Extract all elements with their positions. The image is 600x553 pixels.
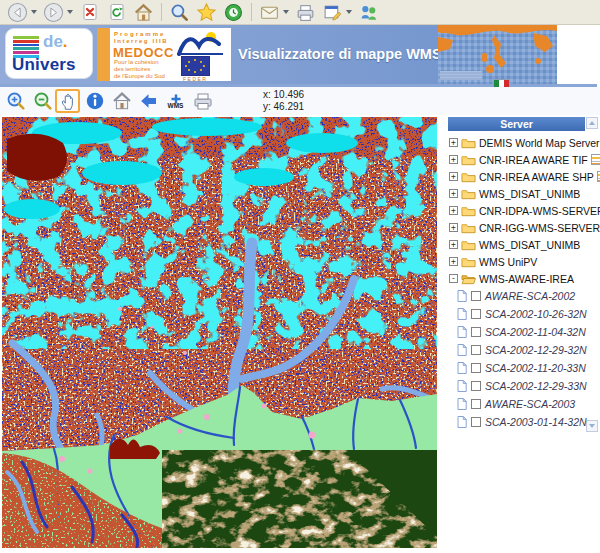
folder-icon: [461, 256, 476, 268]
messenger-icon[interactable]: [355, 1, 382, 23]
history-icon[interactable]: [220, 1, 247, 23]
layer-tree-item[interactable]: SCA-2002-10-26-32N: [448, 305, 588, 323]
layer-tree-item[interactable]: SCA-2003-01-14-32N: [448, 413, 588, 431]
full-extent-home-button[interactable]: [109, 89, 134, 113]
layer-page-icon: [457, 380, 467, 392]
mail-icon[interactable]: [256, 1, 283, 23]
server-tree-item[interactable]: + DEMIS World Map Server: [448, 134, 588, 151]
layer-label: SCA-2002-10-26-32N: [485, 308, 587, 320]
layer-tree-item[interactable]: SCA-2002-12-29-33N: [448, 377, 588, 395]
layer-label: SCA-2002-12-29-33N: [485, 380, 587, 392]
medocc-tagline: Pour la cohésion des territoires de l'Eu…: [114, 59, 165, 80]
add-wms-button[interactable]: WMS: [163, 89, 188, 113]
medocc-feder: FEDER: [183, 76, 207, 81]
expand-toggle-icon[interactable]: +: [449, 138, 458, 147]
expand-toggle-icon[interactable]: +: [449, 155, 458, 164]
collapse-toggle-icon[interactable]: -: [449, 274, 458, 283]
layer-checkbox[interactable]: [471, 327, 481, 337]
ide-univers-logo: de. Univers: [5, 28, 93, 79]
layer-label: AWARE-SCA-2002: [485, 290, 575, 302]
layer-tree-item[interactable]: SCA-2002-12-29-32N: [448, 341, 588, 359]
print-map-button[interactable]: [190, 89, 215, 113]
server-label: CNR-IDPA-WMS-SERVER: [479, 205, 600, 217]
toolbar-separator: [161, 3, 162, 21]
coordinate-y: y: 46.291: [263, 101, 304, 113]
univers-logo-name: Univers: [12, 55, 76, 75]
layer-tree-item[interactable]: SCA-2002-11-20-33N: [448, 359, 588, 377]
layer-checkbox[interactable]: [471, 291, 481, 301]
triangle-down-icon: [589, 424, 595, 428]
layer-page-icon: [457, 290, 467, 302]
expand-toggle-icon[interactable]: +: [449, 189, 458, 198]
layer-page-icon: [457, 416, 467, 428]
expand-toggle-icon[interactable]: +: [449, 172, 458, 181]
map-canvas[interactable]: [2, 117, 437, 548]
server-tree-item[interactable]: + CNR-IREA AWARE TIF: [448, 151, 588, 168]
layer-label: SCA-2002-12-29-32N: [485, 344, 587, 356]
layer-checkbox[interactable]: [471, 417, 481, 427]
server-tree-item[interactable]: + WMS_DISAT_UNIMB: [448, 236, 588, 253]
expand-toggle-icon[interactable]: +: [449, 257, 458, 266]
server-tree-item[interactable]: + WMS_DISAT_UNIMB: [448, 185, 588, 202]
layer-checkbox[interactable]: [471, 309, 481, 319]
layer-label: SCA-2002-11-20-33N: [485, 362, 586, 374]
add-wms-label: WMS: [168, 102, 184, 109]
folder-icon: [461, 188, 476, 200]
medocc-interreg: Interreg IIIB: [114, 38, 168, 44]
server-label: CNR-IREA AWARE TIF: [479, 154, 588, 166]
open-folder-icon: [461, 273, 476, 285]
zoom-out-button[interactable]: [30, 89, 55, 113]
expand-toggle-icon[interactable]: +: [449, 206, 458, 215]
layer-label: SCA-2003-01-14-32N: [485, 416, 587, 428]
layer-page-icon: [457, 344, 467, 356]
expand-toggle-icon[interactable]: +: [449, 223, 458, 232]
layer-label: SCA-2002-11-04-32N: [485, 326, 586, 338]
layer-checkbox[interactable]: [471, 345, 481, 355]
app-header: de. Univers Programme Interreg IIIB MEDO…: [0, 25, 557, 84]
server-tree-item[interactable]: + CNR-IGG-WMS-SERVER: [448, 219, 588, 236]
forward-icon[interactable]: [40, 1, 67, 23]
edit-dropdown-icon[interactable]: [346, 10, 352, 14]
print-icon[interactable]: [292, 1, 319, 23]
server-label: WMS UniPV: [479, 256, 537, 268]
stop-icon[interactable]: [76, 1, 103, 23]
server-tree-item[interactable]: + CNR-IDPA-WMS-SERVER: [448, 202, 588, 219]
forward-dropdown-icon[interactable]: [67, 10, 73, 14]
scroll-up-button[interactable]: [586, 117, 598, 129]
triangle-up-icon: [589, 121, 595, 125]
favorites-star-icon[interactable]: [193, 1, 220, 23]
search-icon[interactable]: [166, 1, 193, 23]
layer-tree-item[interactable]: AWARE-SCA-2002: [448, 287, 588, 305]
folder-icon: [461, 222, 476, 234]
layer-page-icon: [457, 398, 467, 410]
wms-viewer-page: de. Univers Programme Interreg IIIB MEDO…: [0, 0, 600, 553]
layer-tree-item[interactable]: SCA-2002-11-04-32N: [448, 323, 588, 341]
layer-checkbox[interactable]: [471, 381, 481, 391]
medocc-programme: Programme: [114, 31, 165, 37]
layer-checkbox[interactable]: [471, 363, 481, 373]
layer-tree-item[interactable]: AWARE-SCA-2003: [448, 395, 588, 413]
layer-page-icon: [457, 362, 467, 374]
edit-icon[interactable]: [319, 1, 346, 23]
page-title: Visualizzatore di mappe WMS: [238, 46, 442, 62]
server-tree-item[interactable]: + WMS UniPV: [448, 253, 588, 270]
pan-button[interactable]: [55, 89, 80, 113]
server-label: WMS_DISAT_UNIMB: [479, 239, 580, 251]
legend-icon[interactable]: [591, 154, 600, 165]
server-label: CNR-IREA AWARE SHP: [479, 171, 594, 183]
refresh-icon[interactable]: [103, 1, 130, 23]
back-dropdown-icon[interactable]: [31, 10, 37, 14]
back-icon[interactable]: [4, 1, 31, 23]
folder-icon: [461, 239, 476, 251]
expand-toggle-icon[interactable]: +: [449, 240, 458, 249]
identify-info-button[interactable]: [82, 89, 107, 113]
mail-dropdown-icon[interactable]: [283, 10, 289, 14]
home-icon[interactable]: [130, 1, 157, 23]
server-tree-item-expanded[interactable]: - WMS-AWARE-IREA: [448, 270, 588, 287]
layer-checkbox[interactable]: [471, 399, 481, 409]
univers-logo-de: de.: [43, 32, 68, 52]
zoom-in-button[interactable]: [3, 89, 28, 113]
server-tree-item[interactable]: + CNR-IREA AWARE SHP: [448, 168, 588, 185]
folder-icon: [461, 154, 476, 166]
previous-extent-button[interactable]: [136, 89, 161, 113]
